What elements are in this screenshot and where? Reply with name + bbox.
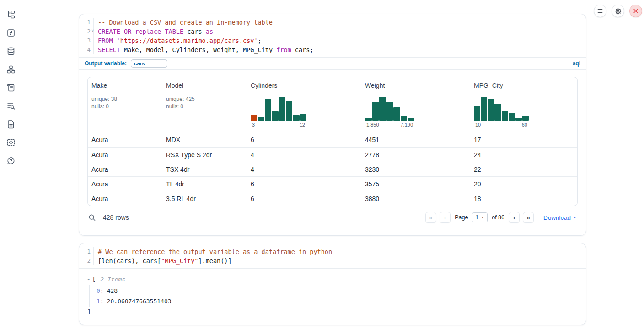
column-header-mpg-city[interactable]: MPG_City 1060 (470, 77, 577, 132)
histogram-bar (365, 118, 372, 121)
column-header-cylinders[interactable]: Cylinders 312 (247, 77, 361, 132)
histogram-bar (474, 106, 480, 121)
language-badge[interactable]: sql (573, 60, 580, 67)
mpg-city-histogram[interactable]: 1060 (474, 97, 529, 127)
download-button[interactable]: Download ▼ (543, 214, 577, 221)
datasources-icon[interactable] (5, 46, 16, 57)
page-select[interactable]: 1 ▼ (472, 212, 488, 222)
search-icon[interactable] (88, 214, 96, 222)
logs-icon[interactable] (5, 82, 16, 93)
histogram-bar (300, 114, 306, 121)
close-icon (633, 8, 639, 14)
table-footer: 428 rows « ‹ Page 1 ▼ of 86 › » Download (87, 206, 578, 223)
tree-entry: 0:428 (97, 285, 578, 296)
functions-icon[interactable] (5, 27, 16, 38)
settings-button[interactable] (612, 5, 624, 17)
line-number: 1 (79, 247, 94, 256)
documentation-icon[interactable] (5, 119, 16, 130)
tree-items-count: 2 Items (100, 275, 125, 284)
histogram-axis: 1,8507,190 (365, 122, 414, 127)
histogram-axis: 312 (251, 122, 306, 127)
output-variable-label: Output variable: (85, 60, 127, 67)
table-body: AcuraMDX6445117AcuraRSX Type S 2dr427782… (88, 132, 577, 206)
table-output: Make unique: 38 nulls: 0 Model unique: 4… (79, 70, 586, 223)
page-total-label: of 86 (492, 214, 504, 221)
window-controls (594, 5, 642, 17)
previous-page-button[interactable]: ‹ (440, 212, 451, 223)
sql-code-editor[interactable]: 1-- Download a CSV and create an in-memo… (79, 14, 586, 57)
table-cell: 24 (470, 151, 577, 159)
table-cell: Acura (88, 195, 162, 202)
last-page-button[interactable]: » (523, 212, 534, 223)
chevron-down-icon: ▼ (573, 216, 577, 219)
fold-chevron-icon[interactable]: ∨ (91, 27, 94, 34)
hamburger-menu-icon (597, 8, 603, 14)
data-table: Make unique: 38 nulls: 0 Model unique: 4… (87, 77, 578, 206)
row-count: 428 rows (103, 214, 129, 221)
table-row[interactable]: AcuraTL 4dr6357520 (88, 176, 577, 191)
code-line[interactable]: 3FROM 'https://datasets.marimo.app/cars.… (79, 36, 586, 45)
code-line[interactable]: 4SELECT Make, Model, Cylinders, Weight, … (79, 45, 586, 54)
page-label: Page (455, 214, 468, 221)
table-cell: 20 (470, 180, 577, 188)
code-line[interactable]: 1# We can reference the output variable … (79, 247, 586, 256)
first-page-button[interactable]: « (425, 212, 436, 223)
gear-icon (615, 8, 622, 15)
table-cell: 4451 (361, 136, 470, 143)
table-of-contents-search-icon[interactable] (5, 100, 16, 111)
tree-open-bracket: [ (92, 275, 96, 284)
histogram-bar (494, 104, 501, 121)
table-cell: 17 (470, 136, 577, 143)
python-code-editor[interactable]: 1# We can reference the output variable … (79, 243, 586, 268)
table-cell: 22 (470, 166, 577, 173)
histogram-bar (293, 115, 299, 121)
column-header-make[interactable]: Make unique: 38 nulls: 0 (88, 77, 162, 132)
table-cell: 6 (247, 195, 361, 202)
hamburger-menu-button[interactable] (594, 5, 606, 17)
sidebar (0, 0, 22, 333)
column-header-model[interactable]: Model unique: 425 nulls: 0 (162, 77, 247, 132)
histogram-bar (488, 99, 494, 121)
help-icon[interactable] (5, 155, 16, 166)
sql-cell: 1-- Download a CSV and create an in-memo… (79, 14, 586, 236)
column-header-weight[interactable]: Weight 1,8507,190 (361, 77, 470, 132)
tree-children: 0:4281:20.060747663551403 (89, 285, 578, 307)
histogram-bar (401, 116, 408, 121)
snippets-icon[interactable] (5, 137, 16, 148)
table-header: Make unique: 38 nulls: 0 Model unique: 4… (88, 77, 577, 132)
histogram-bar (372, 102, 379, 121)
cylinders-histogram[interactable]: 312 (251, 97, 306, 127)
histogram-bar (286, 101, 292, 121)
column-stats: unique: 425 nulls: 0 (166, 95, 243, 110)
line-number: 1 (79, 18, 94, 27)
table-cell: MDX (162, 136, 247, 143)
tree-collapse-icon[interactable]: ▼ (87, 276, 90, 283)
notebook: 1-- Download a CSV and create an in-memo… (79, 14, 586, 325)
file-tree-icon[interactable] (5, 9, 16, 20)
histogram-axis: 1060 (474, 122, 529, 127)
histogram-bar (386, 102, 393, 121)
table-row[interactable]: Acura3.5 RL 4dr6388018 (88, 191, 577, 206)
histogram-bar (379, 97, 386, 121)
shutdown-button[interactable] (629, 5, 642, 17)
next-page-button[interactable]: › (509, 212, 520, 223)
code-line[interactable]: 2∨CREATE OR replace TABLE cars as (79, 27, 586, 36)
code-line[interactable]: 2[len(cars), cars["MPG_City"].mean()] (79, 256, 586, 265)
table-cell: 18 (470, 195, 577, 202)
table-row[interactable]: AcuraTSX 4dr4323022 (88, 162, 577, 176)
line-number: 3 (79, 36, 94, 45)
output-variable-input[interactable] (131, 59, 167, 68)
histogram-bar (502, 111, 508, 121)
weight-histogram[interactable]: 1,8507,190 (365, 97, 414, 127)
code-line[interactable]: 1-- Download a CSV and create an in-memo… (79, 18, 586, 27)
line-number: 4 (79, 45, 94, 54)
dependency-graph-icon[interactable] (5, 64, 16, 75)
histogram-bar (251, 115, 257, 121)
table-cell: 4 (247, 151, 361, 159)
table-cell: TL 4dr (162, 180, 247, 188)
table-cell: Acura (88, 166, 162, 173)
table-row[interactable]: AcuraRSX Type S 2dr4277824 (88, 147, 577, 162)
table-cell: 3575 (361, 180, 470, 188)
table-row[interactable]: AcuraMDX6445117 (88, 132, 577, 147)
table-cell: RSX Type S 2dr (162, 151, 247, 159)
